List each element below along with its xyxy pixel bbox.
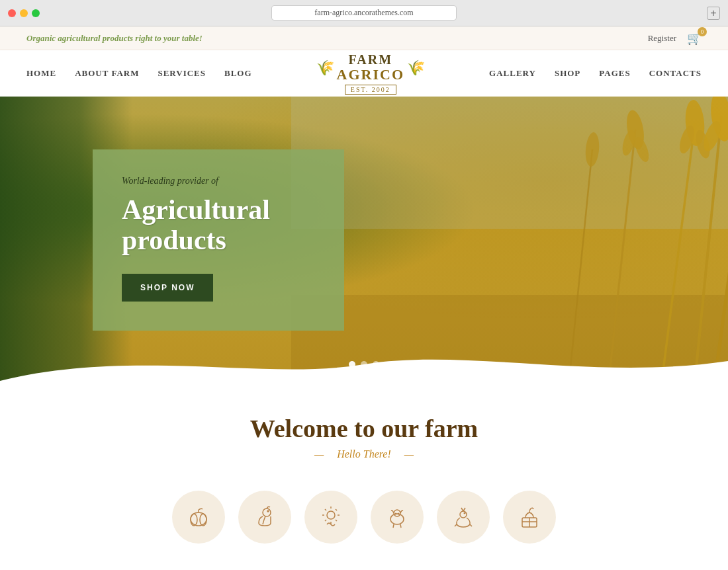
welcome-subtitle: — Hello There! — — [26, 448, 702, 460]
chicken-feature[interactable] — [238, 491, 291, 544]
svg-point-40 — [460, 511, 467, 518]
svg-line-33 — [336, 520, 337, 521]
produce-feature[interactable] — [503, 491, 556, 544]
logo[interactable]: 🌾 FARM AGRICO 🌾 EST. 2002 — [316, 52, 425, 94]
svg-point-38 — [395, 513, 396, 514]
hero-content-box: World-leading provider of Agricultural p… — [93, 149, 344, 331]
hero-title-line2: products — [122, 225, 226, 255]
hero-title-line1: Agricultural — [122, 194, 270, 225]
hello-text: Hello There! — [337, 448, 394, 460]
nav-pages[interactable]: PAGES — [599, 68, 630, 79]
svg-point-25 — [327, 511, 335, 519]
wheat-illustration — [291, 97, 728, 381]
shop-now-button[interactable]: SHOP NOW — [122, 274, 213, 302]
close-dot[interactable] — [8, 9, 16, 17]
nav-services[interactable]: SERVICES — [158, 68, 206, 79]
dash-left: — — [314, 448, 324, 460]
logo-agrico: AGRICO — [337, 67, 404, 83]
sun-crop-feature[interactable] — [304, 491, 357, 544]
feature-icons-row — [26, 484, 702, 550]
svg-line-31 — [336, 509, 337, 510]
website: Organic agricultural products right to y… — [0, 26, 728, 570]
svg-point-23 — [263, 509, 271, 516]
dash-right: — — [404, 448, 414, 460]
main-nav: HOME ABOUT FARM SERVICES BLOG 🌾 FARM AGR… — [0, 50, 728, 97]
wheat-left-icon: 🌾 — [316, 60, 334, 77]
svg-line-37 — [400, 524, 401, 528]
top-bar: Organic agricultural products right to y… — [0, 26, 728, 50]
svg-point-24 — [267, 510, 269, 512]
logo-text: FARM AGRICO — [337, 52, 404, 83]
welcome-section: Welcome to our farm — Hello There! — — [0, 381, 728, 570]
chicken-icon — [252, 505, 277, 530]
logo-farm: FARM — [337, 52, 404, 67]
pumpkin-icon — [186, 505, 211, 530]
hero-title: Agricultural products — [122, 194, 315, 255]
promo-text: Organic agricultural products right to y… — [26, 33, 203, 44]
new-tab-button[interactable]: + — [707, 7, 720, 20]
produce-icon — [517, 505, 542, 530]
nav-left: HOME ABOUT FARM SERVICES BLOG — [26, 68, 252, 79]
browser-dots — [8, 9, 40, 17]
nav-about-farm[interactable]: ABOUT FARM — [75, 68, 139, 79]
svg-point-34 — [390, 514, 404, 524]
top-bar-right: Register 🛒 0 — [648, 31, 702, 46]
nav-contacts[interactable]: CONTACTS — [649, 68, 702, 79]
cart-button[interactable]: 🛒 0 — [687, 31, 702, 46]
maximize-dot[interactable] — [32, 9, 40, 17]
promo-rest: agricultural products right to your tabl… — [58, 33, 203, 43]
cart-badge: 0 — [698, 27, 707, 36]
promo-italic: Organic — [26, 33, 56, 43]
cow-icon — [385, 505, 410, 530]
bird-icon — [451, 505, 476, 530]
wheat-right-icon: 🌾 — [407, 60, 425, 77]
nav-blog[interactable]: BLOG — [224, 68, 252, 79]
nav-gallery[interactable]: GALLERY — [489, 68, 536, 79]
svg-line-32 — [325, 520, 326, 521]
svg-point-35 — [394, 510, 400, 516]
browser-chrome: farm-agrico.ancorathemes.com + — [0, 0, 728, 26]
nav-home[interactable]: HOME — [26, 68, 56, 79]
svg-rect-0 — [291, 97, 728, 229]
hero-section: World-leading provider of Agricultural p… — [0, 97, 728, 381]
svg-point-39 — [398, 513, 399, 514]
register-link[interactable]: Register — [648, 33, 676, 44]
welcome-title: Welcome to our farm — [26, 414, 702, 443]
minimize-dot[interactable] — [20, 9, 28, 17]
logo-est: EST. 2002 — [345, 85, 396, 95]
svg-line-30 — [325, 509, 326, 510]
pumpkin-feature[interactable] — [172, 491, 225, 544]
sun-crop-icon — [318, 505, 343, 530]
nav-shop[interactable]: SHOP — [555, 68, 580, 79]
cow-feature[interactable] — [371, 491, 424, 544]
address-bar[interactable]: farm-agrico.ancorathemes.com — [271, 5, 457, 20]
wave-separator — [0, 348, 728, 381]
bird-feature[interactable] — [437, 491, 490, 544]
logo-main: 🌾 FARM AGRICO 🌾 — [316, 52, 425, 83]
svg-point-41 — [464, 512, 465, 514]
svg-line-36 — [393, 524, 394, 528]
nav-right: GALLERY SHOP PAGES CONTACTS — [489, 68, 702, 79]
hero-subtitle: World-leading provider of — [122, 176, 315, 186]
